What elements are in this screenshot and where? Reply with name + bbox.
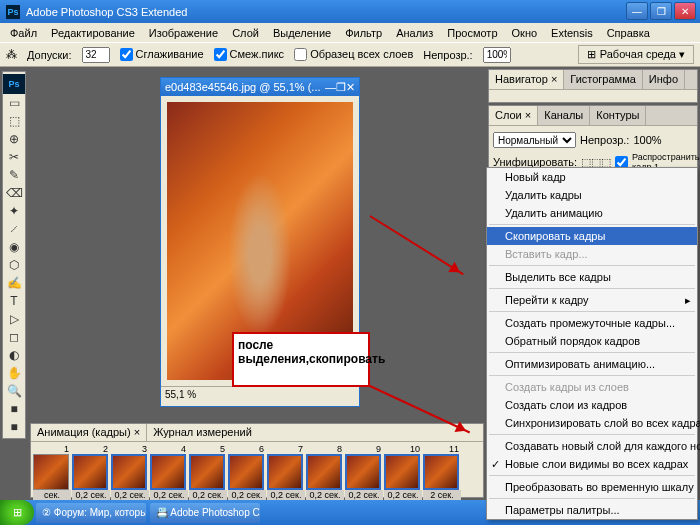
- tool-18[interactable]: ■: [3, 418, 25, 436]
- opacity-label: Непрозр.:: [423, 49, 472, 61]
- tool-15[interactable]: ✋: [3, 364, 25, 382]
- navigator-panel: Навигатор ×ГистограммаИнфо: [488, 69, 698, 103]
- workspace-button[interactable]: ⊞Рабочая среда ▾: [578, 45, 694, 64]
- tool-6[interactable]: ✦: [3, 202, 25, 220]
- menu-фильтр[interactable]: Фильтр: [339, 25, 388, 41]
- menu-item[interactable]: Создать промежуточные кадры...: [487, 314, 697, 332]
- workspace: Ps ▭⬚⊕✂✎⌫✦⟋◉⬡✍T▷◻◐✋🔍■■ e0d483e45546.jpg …: [0, 67, 700, 500]
- animation-frame[interactable]: 30,2 сек.: [111, 444, 149, 500]
- wand-icon: ⁂: [6, 48, 17, 61]
- tool-1[interactable]: ⬚: [3, 112, 25, 130]
- menu-item[interactable]: Новые слои видимы во всех кадрах: [487, 455, 697, 473]
- context-menu: Новый кадрУдалить кадрыУдалить анимациюС…: [486, 167, 698, 520]
- menu-item[interactable]: Создать слои из кадров: [487, 396, 697, 414]
- start-button[interactable]: ⊞: [0, 500, 34, 525]
- animation-frame[interactable]: 80,2 сек.: [306, 444, 344, 500]
- document-titlebar[interactable]: e0d483e45546.jpg @ 55,1% (... — ❐ ✕: [161, 78, 359, 96]
- ps-logo: Ps: [3, 74, 25, 94]
- toolbox: Ps ▭⬚⊕✂✎⌫✦⟋◉⬡✍T▷◻◐✋🔍■■: [2, 71, 26, 439]
- tool-2[interactable]: ⊕: [3, 130, 25, 148]
- tool-7[interactable]: ⟋: [3, 220, 25, 238]
- menu-item: Вставить кадр...: [487, 245, 697, 263]
- menu-выделение[interactable]: Выделение: [267, 25, 337, 41]
- tab[interactable]: Каналы: [538, 106, 590, 125]
- menu-item[interactable]: Преобразовать во временную шкалу: [487, 478, 697, 496]
- blend-mode-select[interactable]: Нормальный: [493, 132, 576, 148]
- arrow-icon: [369, 215, 463, 275]
- menu-анализ[interactable]: Анализ: [390, 25, 439, 41]
- close-button[interactable]: ✕: [674, 2, 696, 20]
- animation-frame[interactable]: 20,2 сек.: [72, 444, 110, 500]
- animation-frame[interactable]: 70,2 сек.: [267, 444, 305, 500]
- tab[interactable]: Анимация (кадры) ×: [31, 424, 147, 441]
- menu-bar: ФайлРедактированиеИзображениеСлойВыделен…: [0, 23, 700, 42]
- options-bar: ⁂ Допуски: Сглаживание Смеж.пикс Образец…: [0, 42, 700, 67]
- menu-item[interactable]: Перейти к кадру: [487, 291, 697, 309]
- doc-max-icon[interactable]: ❐: [336, 81, 346, 94]
- menu-редактирование[interactable]: Редактирование: [45, 25, 141, 41]
- tab[interactable]: Гистограмма: [564, 70, 643, 89]
- tab[interactable]: Журнал измерений: [147, 424, 258, 441]
- tool-0[interactable]: ▭: [3, 94, 25, 112]
- animation-panel: Анимация (кадры) ×Журнал измерений 1сек.…: [30, 423, 484, 498]
- animation-frame[interactable]: 60,2 сек.: [228, 444, 266, 500]
- doc-min-icon[interactable]: —: [325, 81, 336, 93]
- menu-item[interactable]: Параметры палитры...: [487, 501, 697, 519]
- tool-17[interactable]: ■: [3, 400, 25, 418]
- menu-слой[interactable]: Слой: [226, 25, 265, 41]
- tab[interactable]: Инфо: [643, 70, 685, 89]
- menu-item[interactable]: Выделить все кадры: [487, 268, 697, 286]
- menu-item: Создать кадры из слоев: [487, 378, 697, 396]
- tool-8[interactable]: ◉: [3, 238, 25, 256]
- menu-item[interactable]: Оптимизировать анимацию...: [487, 355, 697, 373]
- tool-11[interactable]: T: [3, 292, 25, 310]
- menu-окно[interactable]: Окно: [506, 25, 544, 41]
- tool-13[interactable]: ◻: [3, 328, 25, 346]
- tab[interactable]: Навигатор ×: [489, 70, 564, 89]
- tolerance-input[interactable]: [82, 47, 110, 63]
- animation-frame[interactable]: 90,2 сек.: [345, 444, 383, 500]
- maximize-button[interactable]: ❐: [650, 2, 672, 20]
- contiguous-check[interactable]: Смеж.пикс: [214, 48, 285, 62]
- menu-item[interactable]: Синхронизировать слой во всех кадрах...: [487, 414, 697, 432]
- menu-item[interactable]: Удалить анимацию: [487, 204, 697, 222]
- doc-close-icon[interactable]: ✕: [346, 81, 355, 94]
- tab[interactable]: Слои ×: [489, 106, 538, 125]
- canvas-zoom: 55,1 %: [161, 386, 359, 404]
- menu-просмотр[interactable]: Просмотр: [441, 25, 503, 41]
- tool-10[interactable]: ✍: [3, 274, 25, 292]
- app-icon: Ps: [6, 5, 20, 19]
- app-title: Adobe Photoshop CS3 Extended: [26, 6, 187, 18]
- tool-3[interactable]: ✂: [3, 148, 25, 166]
- animation-frame[interactable]: 50,2 сек.: [189, 444, 227, 500]
- animation-frame[interactable]: 1сек.: [33, 444, 71, 500]
- menu-item[interactable]: Удалить кадры: [487, 186, 697, 204]
- animation-frame[interactable]: 40,2 сек.: [150, 444, 188, 500]
- menu-item[interactable]: Обратный порядок кадров: [487, 332, 697, 350]
- tolerance-label: Допуски:: [27, 49, 72, 61]
- minimize-button[interactable]: —: [626, 2, 648, 20]
- menu-изображение[interactable]: Изображение: [143, 25, 224, 41]
- tab[interactable]: Контуры: [590, 106, 646, 125]
- menu-item[interactable]: Создавать новый слой для каждого нового …: [487, 437, 697, 455]
- tool-4[interactable]: ✎: [3, 166, 25, 184]
- tool-9[interactable]: ⬡: [3, 256, 25, 274]
- animation-frame[interactable]: 100,2 сек.: [384, 444, 422, 500]
- menu-item[interactable]: Скопировать кадры: [487, 227, 697, 245]
- taskbar-item[interactable]: ② Форум: Мир, которы...: [36, 503, 146, 523]
- menu-файл[interactable]: Файл: [4, 25, 43, 41]
- tool-14[interactable]: ◐: [3, 346, 25, 364]
- taskbar-item[interactable]: 📇 Adobe Photoshop CS...: [150, 503, 260, 523]
- annotation-box: после выделения,скопировать: [232, 332, 370, 387]
- menu-item[interactable]: Новый кадр: [487, 168, 697, 186]
- tool-12[interactable]: ▷: [3, 310, 25, 328]
- antialias-check[interactable]: Сглаживание: [120, 48, 204, 62]
- menu-extensis[interactable]: Extensis: [545, 25, 599, 41]
- animation-frame[interactable]: 112 сек.: [423, 444, 461, 500]
- title-bar: Ps Adobe Photoshop CS3 Extended — ❐ ✕: [0, 0, 700, 23]
- tool-16[interactable]: 🔍: [3, 382, 25, 400]
- all-layers-check[interactable]: Образец всех слоев: [294, 48, 413, 62]
- opacity-input[interactable]: [483, 47, 511, 63]
- tool-5[interactable]: ⌫: [3, 184, 25, 202]
- menu-справка[interactable]: Справка: [601, 25, 656, 41]
